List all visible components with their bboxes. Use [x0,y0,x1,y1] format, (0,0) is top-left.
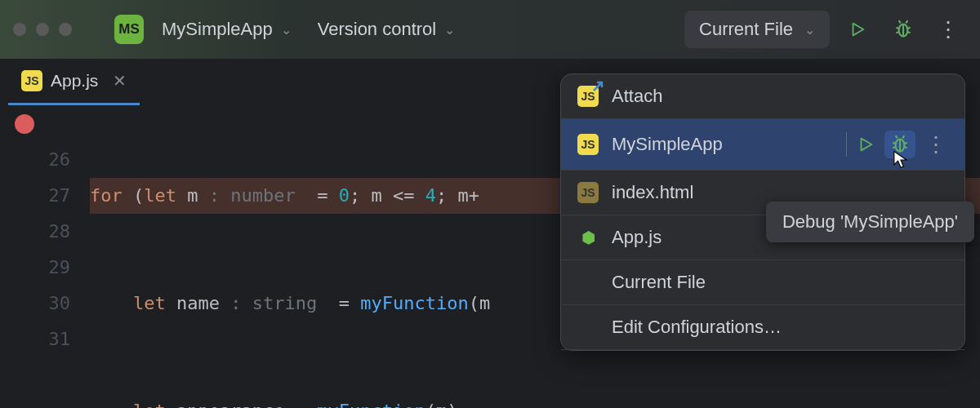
code-line: let appearance = myFunction(m) [90,393,980,408]
svg-line-13 [904,147,906,148]
svg-line-15 [902,135,904,138]
run-button[interactable] [840,11,875,47]
popup-item-currentfile[interactable]: Current File [561,260,964,305]
popup-item-label: index.html [612,182,948,203]
titlebar: MS MySimpleApp ⌄ Version control ⌄ Curre… [0,0,980,59]
bug-icon [889,134,911,155]
editor-tab[interactable]: JS App.js ✕ [8,59,140,105]
js-file-icon: JS [577,182,599,203]
maximize-window-dot[interactable] [59,23,72,36]
popup-item-attach[interactable]: JS Attach [561,74,964,119]
gutter-line[interactable]: 30 [0,286,70,322]
debug-button-inline[interactable] [884,131,915,158]
svg-line-5 [907,32,910,33]
project-badge: MS [114,15,144,44]
chevron-down-icon: ⌄ [444,22,455,38]
popup-item-label: Current File [612,272,948,293]
window-controls [13,23,72,36]
popup-item-editconfigs[interactable]: Edit Configurations… [561,305,964,350]
close-window-dot[interactable] [13,23,26,36]
gutter-line[interactable] [0,106,70,142]
svg-line-3 [907,28,910,29]
attach-icon: JS [577,86,599,107]
project-name: MySimpleApp [162,19,273,40]
gutter-line[interactable]: 27 [0,178,70,214]
svg-line-6 [899,20,901,23]
row-actions: ⋮ [846,131,948,158]
play-icon [849,20,866,38]
more-button[interactable]: ⋮ [931,11,967,47]
bug-icon [893,19,914,40]
svg-line-12 [893,147,895,148]
play-icon[interactable] [857,135,875,153]
js-file-icon: JS [577,134,599,155]
tab-filename: App.js [51,71,98,91]
gutter: 26 27 28 29 30 31 [0,106,82,408]
popup-item-label: Attach [612,86,948,107]
svg-line-2 [896,28,898,29]
svg-line-14 [896,135,898,138]
debug-button[interactable] [885,11,921,47]
popup-item-mysimpleapp[interactable]: JS MySimpleApp ⋮ [561,119,964,171]
minimize-window-dot[interactable] [36,23,49,36]
popup-item-label: Edit Configurations… [612,317,948,338]
chevron-down-icon: ⌄ [281,22,292,38]
close-icon[interactable]: ✕ [113,71,127,91]
run-config-label: Current File [699,19,793,40]
vertical-dots-icon[interactable]: ⋮ [925,132,948,157]
chevron-down-icon: ⌄ [804,22,815,38]
gutter-line[interactable]: 31 [0,322,70,357]
js-file-icon: JS [21,70,42,91]
run-config-selector[interactable]: Current File ⌄ [684,11,830,48]
svg-line-10 [893,143,895,144]
popup-item-label: MySimpleApp [612,134,833,155]
run-config-popup: JS Attach JS MySimpleApp ⋮ JS index.html… [560,73,965,351]
svg-line-7 [906,20,907,23]
vcs-label: Version control [318,19,437,40]
svg-line-11 [904,143,906,144]
tooltip: Debug 'MySimpleApp' [766,202,974,242]
nodejs-icon: ⬢ [577,227,599,248]
gutter-line[interactable]: 26 [0,142,70,178]
gutter-line[interactable]: 28 [0,214,70,250]
gutter-line[interactable]: 29 [0,250,70,286]
vertical-dots-icon: ⋮ [938,17,960,42]
breakpoint-icon[interactable] [15,114,34,134]
vcs-dropdown[interactable]: Version control ⌄ [310,14,464,45]
project-dropdown[interactable]: MySimpleApp ⌄ [154,14,300,45]
svg-line-4 [896,32,898,33]
